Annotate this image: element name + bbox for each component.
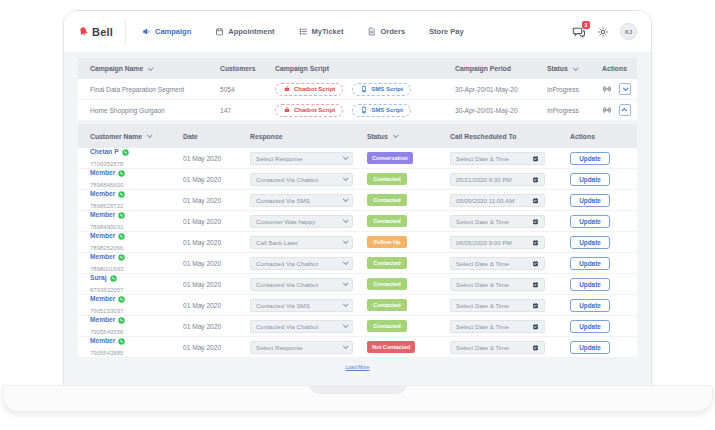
col-customer-name[interactable]: Customer Name — [78, 133, 171, 140]
reschedule-cell: Select Date & Time — [438, 278, 558, 291]
customer-name-cell: Suraj 8793632057 — [78, 274, 171, 294]
response-cell: Select Response — [238, 152, 355, 165]
expand-toggle-button[interactable] — [619, 83, 631, 95]
col-status[interactable]: Status — [355, 133, 438, 140]
status-badge: Follow Up — [367, 236, 407, 248]
update-button[interactable]: Update — [570, 320, 610, 333]
update-button[interactable]: Update — [570, 299, 610, 312]
status-cell: Contacted — [355, 278, 438, 290]
tab-myticket[interactable]: MyTicket — [299, 27, 344, 36]
sms-script-button[interactable]: SMS Script — [352, 104, 411, 117]
response-select[interactable]: Contacted Via Chatbot — [250, 173, 353, 186]
chatbot-script-button[interactable]: Chatbot Script — [275, 83, 343, 96]
response-cell: Contacted Via Chatbot — [238, 257, 355, 270]
customer-row: Member 7898625722 01 May 2020 Contacted … — [78, 190, 637, 211]
tab-appointment[interactable]: Appointment — [215, 27, 274, 36]
update-button[interactable]: Update — [570, 173, 610, 186]
bell-logo-icon — [77, 25, 90, 38]
update-button[interactable]: Update — [570, 278, 610, 291]
status-cell: Contacted — [355, 194, 438, 206]
response-select[interactable]: Select Response — [250, 152, 353, 165]
response-value: Contacted Via Chatbot — [256, 281, 318, 288]
update-button[interactable]: Update — [570, 215, 610, 228]
customer-name: Member — [90, 316, 115, 324]
reschedule-datetime-picker[interactable]: 06/05/2020 9:00 PM — [450, 236, 545, 249]
response-select[interactable]: Contacted Via Chatbot — [250, 320, 353, 333]
response-select[interactable]: Contacted Via SMS — [250, 194, 353, 207]
reschedule-cell: Select Date & Time — [438, 215, 558, 228]
status-badge: Contacted — [367, 215, 407, 227]
tab-campaign[interactable]: Campaign — [142, 27, 191, 36]
status-badge: Contacted — [367, 278, 407, 290]
whatsapp-icon[interactable] — [118, 338, 125, 345]
customer-name: Suraj — [90, 274, 107, 282]
reschedule-datetime-picker[interactable]: Select Date & Time — [450, 152, 545, 165]
actions-cell: Update — [558, 236, 636, 249]
reschedule-datetime-picker[interactable]: 05/21/2020 8:30 PM — [450, 173, 545, 186]
actions-cell: Update — [558, 152, 636, 165]
chevron-down-icon — [147, 132, 153, 138]
status-cell: Follow Up — [355, 236, 438, 248]
tab-orders[interactable]: Orders — [367, 27, 405, 36]
whatsapp-icon[interactable] — [110, 275, 117, 282]
customer-row: Member 7905549556 01 May 2020 Contacted … — [78, 316, 637, 337]
campaign-actions — [590, 104, 636, 116]
status-badge: Contacted — [367, 194, 407, 206]
reschedule-datetime-picker[interactable]: Select Date & Time — [450, 299, 545, 312]
response-select[interactable]: Customer Was happy — [250, 215, 353, 228]
customer-name: Member — [90, 232, 115, 240]
customer-row: Suraj 8793632057 01 May 2020 Contacted V… — [78, 274, 637, 295]
broadcast-icon[interactable] — [602, 85, 612, 93]
expand-toggle-button[interactable] — [619, 104, 631, 116]
gear-icon[interactable] — [597, 26, 609, 38]
whatsapp-icon[interactable] — [118, 254, 125, 261]
response-select[interactable]: Contacted Via Chatbot — [250, 278, 353, 291]
response-cell: Contacted Via Chatbot — [238, 173, 355, 186]
tab-store-pay[interactable]: Store Pay — [429, 27, 464, 36]
update-button[interactable]: Update — [570, 257, 610, 270]
col-campaign-period: Campaign Period — [443, 65, 535, 72]
load-more-link[interactable]: Load More — [346, 364, 370, 370]
update-button[interactable]: Update — [570, 194, 610, 207]
chat-button[interactable]: 3 — [572, 25, 586, 38]
response-value: Contacted Via SMS — [256, 197, 310, 204]
contact-date: 01 May 2020 — [171, 218, 238, 225]
response-cell: Call Back Later — [238, 236, 355, 249]
response-select[interactable]: Contacted Via Chatbot — [250, 257, 353, 270]
reschedule-datetime-picker[interactable]: 05/09/2020 11:00 AM — [450, 194, 545, 207]
page-content: Campaign Name Customers Campaign Script … — [64, 53, 651, 386]
customer-name: Member — [90, 295, 115, 303]
whatsapp-icon[interactable] — [118, 233, 125, 240]
reschedule-value: Select Date & Time — [456, 155, 509, 162]
avatar[interactable]: KJ — [620, 23, 637, 40]
response-value: Contacted Via SMS — [256, 302, 310, 309]
update-button[interactable]: Update — [570, 152, 610, 165]
laptop-notch — [309, 385, 406, 394]
chatbot-script-button[interactable]: Chatbot Script — [275, 104, 343, 117]
reschedule-datetime-picker[interactable]: Select Date & Time — [450, 341, 545, 354]
reschedule-datetime-picker[interactable]: Select Date & Time — [450, 278, 545, 291]
response-cell: Contacted Via SMS — [238, 194, 355, 207]
whatsapp-icon[interactable] — [118, 317, 125, 324]
col-campaign-name[interactable]: Campaign Name — [78, 65, 208, 72]
sms-phone-icon — [360, 106, 368, 114]
response-select[interactable]: Call Back Later — [250, 236, 353, 249]
response-select[interactable]: Contacted Via SMS — [250, 299, 353, 312]
reschedule-cell: 05/21/2020 8:30 PM — [438, 173, 558, 186]
chevron-down-icon — [343, 280, 349, 286]
reschedule-datetime-picker[interactable]: Select Date & Time — [450, 257, 545, 270]
whatsapp-icon[interactable] — [118, 170, 125, 177]
update-button[interactable]: Update — [570, 236, 610, 249]
broadcast-icon[interactable] — [602, 106, 612, 114]
whatsapp-icon[interactable] — [118, 296, 125, 303]
whatsapp-icon[interactable] — [118, 212, 125, 219]
whatsapp-icon[interactable] — [122, 149, 129, 156]
sms-script-button[interactable]: SMS Script — [352, 83, 411, 96]
update-button[interactable]: Update — [570, 341, 610, 354]
col-status[interactable]: Status — [535, 65, 590, 72]
reschedule-datetime-picker[interactable]: Select Date & Time — [450, 215, 545, 228]
reschedule-datetime-picker[interactable]: Select Date & Time — [450, 320, 545, 333]
actions-cell: Update — [558, 320, 636, 333]
response-select[interactable]: Select Response — [250, 341, 353, 354]
whatsapp-icon[interactable] — [118, 191, 125, 198]
